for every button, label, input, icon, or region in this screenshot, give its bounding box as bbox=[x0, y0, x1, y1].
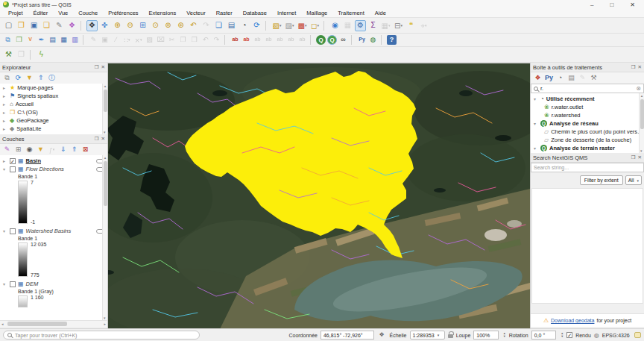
rotation-input[interactable]: 0,0 ° bbox=[531, 331, 556, 340]
menu-item[interactable]: Projet bbox=[3, 10, 28, 16]
coordinate-input[interactable]: 46,815° -72,926° bbox=[321, 331, 374, 340]
filter-by-extent-button[interactable]: Filter by extent bbox=[580, 175, 623, 185]
python-scripts-icon[interactable]: Py bbox=[544, 73, 554, 83]
help-contents-icon[interactable]: ? bbox=[387, 35, 397, 45]
models-icon[interactable]: ❖ bbox=[533, 73, 543, 83]
layer-checkbox[interactable] bbox=[10, 228, 16, 234]
expander-icon[interactable]: ▾ bbox=[534, 146, 538, 151]
lock-scale-icon[interactable] bbox=[448, 334, 452, 338]
layout-manager-icon[interactable]: ✎ bbox=[54, 20, 65, 31]
data-source-manager-icon[interactable]: ⧉ bbox=[3, 35, 13, 45]
crs-status[interactable]: EPSG:4326 bbox=[602, 333, 630, 338]
delete-selected-icon[interactable]: ⌧ bbox=[156, 35, 165, 45]
filter-expression-icon[interactable]: ƒ bbox=[47, 145, 57, 154]
map-canvas[interactable] bbox=[108, 63, 530, 328]
results-viewer-icon[interactable]: ▤ bbox=[566, 73, 576, 83]
vertex-tool-icon[interactable]: ⨯ bbox=[133, 35, 143, 45]
copy-features-icon[interactable]: ❐ bbox=[178, 35, 188, 45]
layer-item-flow-directions[interactable]: ▾ ▦ Flow Directions bbox=[0, 165, 107, 173]
new-print-layout-icon[interactable]: ❏ bbox=[41, 20, 52, 31]
new-project-icon[interactable]: ▢ bbox=[3, 20, 14, 31]
toolbox-scrollbar[interactable]: ▴ ▾ bbox=[639, 93, 644, 153]
paste-features-icon[interactable]: ❒ bbox=[189, 35, 199, 45]
expand-all-icon[interactable]: ⇓ bbox=[58, 145, 68, 154]
minimize-button[interactable]: – bbox=[590, 1, 593, 8]
close-button[interactable]: ✕ bbox=[630, 1, 635, 8]
menu-item[interactable]: Couche bbox=[73, 10, 103, 16]
python-console-icon[interactable]: Py bbox=[357, 35, 367, 45]
zoom-native-icon[interactable]: ⊛ bbox=[175, 20, 186, 31]
collapse-all-icon[interactable]: ⇑ bbox=[69, 145, 79, 154]
layers-hscrollbar[interactable]: ◂ ▸ bbox=[0, 320, 107, 327]
browser-item-bookmarks[interactable]: ▸ ★ Marque-pages bbox=[0, 84, 107, 92]
toolbox-alg-service-area[interactable]: ▱ Zone de desserte (de la couche) bbox=[531, 136, 644, 144]
extent-icon[interactable]: ❖ bbox=[378, 331, 386, 340]
layer-checkbox[interactable] bbox=[10, 166, 16, 172]
labeling-icon[interactable]: ab bbox=[230, 35, 240, 45]
select-by-form-icon[interactable]: ◻ bbox=[309, 20, 321, 31]
browser-item-spatial-bookmarks[interactable]: ▸ ⚑ Signets spatiaux bbox=[0, 92, 107, 100]
menu-item[interactable]: Database bbox=[238, 10, 272, 16]
new-geopackage-layer-icon[interactable]: ❒ bbox=[14, 35, 24, 45]
add-selected-layers-icon[interactable]: ⧉ bbox=[2, 73, 12, 83]
measure-icon[interactable]: ⊟ bbox=[393, 20, 404, 31]
pan-map-icon[interactable]: ✥ bbox=[86, 20, 98, 31]
layers-scrollbar[interactable]: ▴ ▾ bbox=[102, 155, 107, 320]
remove-layer-icon[interactable]: ⊠ bbox=[80, 145, 90, 154]
metasearch-icon[interactable]: ◍ bbox=[368, 35, 378, 45]
toolbox-alg-r-water-outlet[interactable]: ❀ r.water.outlet bbox=[531, 103, 644, 111]
statistics-icon[interactable]: Σ bbox=[367, 20, 379, 31]
filter-browser-icon[interactable]: ▼ bbox=[25, 73, 34, 83]
zoom-full-icon[interactable]: ⊞ bbox=[137, 20, 148, 31]
new-mesh-layer-icon[interactable]: ▥ bbox=[70, 35, 80, 45]
refresh-browser-icon[interactable]: ⟳ bbox=[13, 73, 23, 83]
layer-checkbox[interactable] bbox=[10, 281, 16, 287]
browser-item-spatialite[interactable]: ▸ ◆ SpatiaLite bbox=[0, 125, 107, 133]
filter-legend-icon[interactable]: ▼ bbox=[36, 145, 45, 154]
toolbox-group-network[interactable]: ▾ Q Analyse de réseau bbox=[531, 119, 644, 128]
highlight-labels-icon[interactable]: ab bbox=[264, 35, 274, 45]
magnifier-input[interactable]: 100% bbox=[473, 331, 498, 340]
layer-item-watershed-basins[interactable]: ▾ ▦ Watershed Basins bbox=[0, 227, 107, 235]
service-type-select[interactable]: All bbox=[625, 175, 642, 185]
close-icon[interactable]: ✕ bbox=[638, 154, 642, 160]
close-icon[interactable]: ✕ bbox=[101, 136, 105, 142]
select-by-value-icon[interactable]: ▨ bbox=[284, 20, 295, 31]
menu-item[interactable]: Traitement bbox=[332, 10, 370, 16]
download-geodata-link[interactable]: Download geodata bbox=[551, 318, 594, 323]
grass-open-mapset-icon[interactable]: Q bbox=[327, 35, 337, 45]
bookmarks-icon[interactable]: ▤ bbox=[226, 20, 237, 31]
move-label-icon[interactable]: ab bbox=[275, 35, 285, 45]
label-mask-icon[interactable]: ab bbox=[242, 35, 251, 45]
attribute-table-icon[interactable]: ▦ bbox=[380, 20, 391, 31]
pin-labels-icon[interactable]: ab bbox=[253, 35, 262, 45]
browser-item-c-drive[interactable]: ▸ ❒ C:\ (OS) bbox=[0, 108, 107, 116]
scale-select[interactable]: 1:289353 bbox=[410, 331, 446, 340]
scroll-left-icon[interactable]: ◂ bbox=[1, 322, 4, 326]
open-project-icon[interactable]: ❒ bbox=[16, 20, 27, 31]
rotate-label-icon[interactable]: ab bbox=[286, 35, 296, 45]
maximize-button[interactable]: □ bbox=[610, 1, 613, 8]
new-gpx-layer-icon[interactable]: ▤ bbox=[48, 35, 57, 45]
actions-icon[interactable]: ▦ bbox=[342, 20, 353, 31]
modify-attributes-icon[interactable]: ▨ bbox=[145, 35, 154, 45]
properties-widget-icon[interactable]: ⓘ bbox=[47, 73, 57, 83]
zoom-to-layer-icon[interactable]: ⊚ bbox=[162, 20, 174, 31]
osm-search-icon[interactable]: ∞ bbox=[338, 35, 348, 45]
expander-icon[interactable]: ▸ bbox=[3, 158, 7, 163]
menu-item[interactable]: Aide bbox=[370, 10, 391, 16]
identify-features-icon[interactable]: ◉ bbox=[329, 20, 341, 31]
zoom-last-icon[interactable]: ↶ bbox=[188, 20, 199, 31]
style-manager-icon[interactable]: ❖ bbox=[66, 20, 78, 31]
undo-icon[interactable]: ↶ bbox=[201, 35, 210, 45]
toolbox-alg-r-watershed[interactable]: ❀ r.watershed bbox=[531, 111, 644, 119]
options-icon[interactable]: ⚒ bbox=[589, 73, 599, 83]
layer-item-dem[interactable]: ▾ ▦ DEM bbox=[0, 280, 107, 288]
osm-place-search-icon[interactable]: ⌖ bbox=[418, 20, 429, 31]
expander-icon[interactable]: ▾ bbox=[3, 281, 7, 287]
menu-item[interactable]: Préférences bbox=[103, 10, 143, 16]
new-shapefile-layer-icon[interactable]: V bbox=[25, 35, 35, 45]
menu-item[interactable]: Éditer bbox=[28, 10, 54, 16]
processing-toolbox-icon[interactable]: ⚙ bbox=[355, 20, 366, 31]
spinner-icon[interactable]: ▲▼ bbox=[503, 332, 506, 338]
